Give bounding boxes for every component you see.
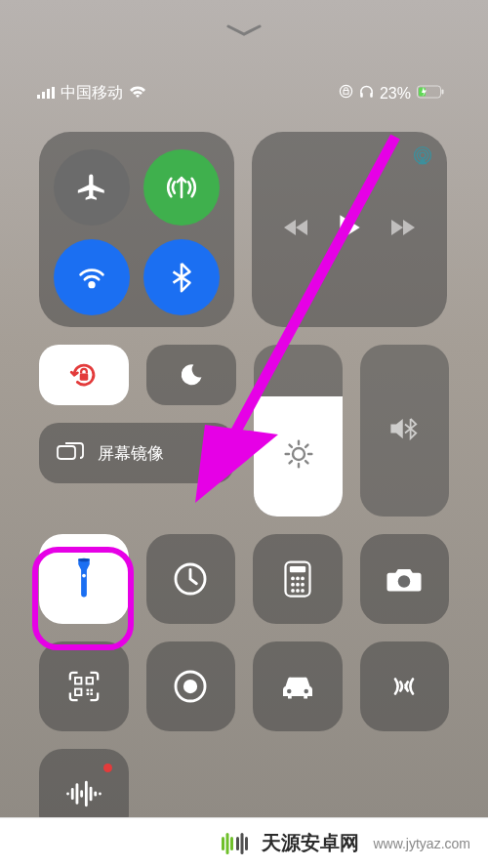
- cellular-data-toggle[interactable]: [143, 149, 220, 226]
- screen-mirroring-label: 屏幕镜像: [98, 442, 164, 465]
- media-module[interactable]: [252, 132, 447, 327]
- svg-point-34: [296, 583, 300, 587]
- timer-button[interactable]: [146, 534, 236, 624]
- svg-rect-44: [90, 692, 93, 695]
- grabber-chevron-icon[interactable]: [226, 24, 262, 42]
- svg-rect-53: [222, 837, 224, 850]
- volume-slider[interactable]: [360, 345, 449, 517]
- screen-record-button[interactable]: [146, 641, 236, 731]
- svg-point-16: [293, 448, 305, 460]
- svg-point-30: [291, 577, 295, 581]
- svg-point-33: [291, 583, 295, 587]
- watermark-title: 天源安卓网: [262, 830, 359, 856]
- watermark-logo-icon: [219, 827, 252, 860]
- flashlight-toggle[interactable]: [39, 534, 129, 624]
- bluetooth-toggle[interactable]: [143, 239, 220, 315]
- svg-point-37: [296, 589, 300, 593]
- connectivity-module: [39, 132, 234, 327]
- svg-rect-0: [37, 95, 40, 99]
- calculator-button[interactable]: [253, 534, 343, 624]
- wifi-status-icon: [129, 85, 146, 103]
- svg-rect-57: [241, 833, 244, 854]
- svg-rect-58: [245, 837, 248, 850]
- svg-rect-46: [90, 689, 93, 692]
- svg-line-21: [289, 445, 291, 447]
- svg-point-49: [287, 689, 292, 694]
- svg-rect-45: [86, 692, 89, 695]
- camera-button[interactable]: [360, 534, 450, 624]
- volume-icon: [387, 414, 423, 447]
- signal-icon: [37, 85, 55, 103]
- svg-rect-2: [47, 89, 50, 99]
- brightness-icon: [283, 438, 314, 474]
- brightness-slider[interactable]: [254, 345, 343, 517]
- do-not-disturb-toggle[interactable]: [146, 345, 236, 405]
- svg-point-32: [301, 577, 305, 581]
- nfc-button[interactable]: [360, 641, 450, 731]
- svg-point-25: [78, 558, 90, 561]
- headphones-status-icon: [359, 85, 374, 103]
- svg-point-35: [301, 583, 305, 587]
- orientation-lock-toggle[interactable]: [39, 345, 129, 405]
- recording-indicator-icon: [103, 764, 112, 772]
- driving-mode-button[interactable]: [253, 641, 343, 731]
- svg-point-38: [301, 589, 305, 593]
- svg-rect-1: [42, 92, 45, 99]
- orientation-lock-status-icon: [339, 84, 353, 103]
- battery-icon: [417, 85, 444, 103]
- screen-mirroring-button[interactable]: 屏幕镜像: [39, 423, 234, 483]
- svg-rect-15: [58, 446, 75, 459]
- media-next-button[interactable]: [389, 217, 415, 242]
- svg-point-11: [420, 152, 426, 158]
- svg-rect-43: [86, 689, 89, 692]
- svg-point-26: [82, 574, 86, 578]
- svg-point-48: [183, 680, 197, 693]
- svg-rect-29: [290, 566, 305, 572]
- svg-line-22: [305, 461, 307, 463]
- wifi-toggle[interactable]: [54, 239, 130, 315]
- svg-rect-40: [75, 678, 81, 683]
- svg-line-23: [289, 461, 291, 463]
- svg-point-10: [90, 282, 95, 287]
- svg-rect-3: [52, 87, 55, 99]
- svg-point-36: [291, 589, 295, 593]
- watermark-url: www.jytyaz.com: [373, 836, 470, 851]
- svg-rect-9: [442, 89, 444, 94]
- status-bar: 中国移动 23%: [0, 83, 488, 103]
- svg-rect-55: [230, 837, 233, 850]
- svg-rect-56: [236, 837, 239, 850]
- svg-rect-42: [75, 689, 81, 695]
- screen-mirroring-icon: [57, 440, 84, 466]
- watermark-bar: 天源安卓网 www.jytyaz.com: [0, 817, 488, 868]
- svg-line-24: [305, 445, 307, 447]
- svg-rect-41: [86, 678, 92, 683]
- svg-rect-54: [226, 833, 229, 854]
- svg-rect-14: [80, 374, 89, 381]
- airplane-mode-toggle[interactable]: [54, 149, 130, 226]
- media-play-button[interactable]: [337, 213, 362, 246]
- svg-point-39: [398, 575, 411, 588]
- svg-point-31: [296, 577, 300, 581]
- svg-point-50: [304, 689, 308, 694]
- battery-percent-label: 23%: [380, 85, 411, 103]
- svg-rect-6: [370, 92, 373, 97]
- carrier-label: 中国移动: [61, 83, 123, 103]
- media-previous-button[interactable]: [284, 217, 309, 242]
- qr-scanner-button[interactable]: [39, 641, 129, 731]
- airplay-audio-icon: [412, 145, 433, 171]
- svg-rect-5: [360, 92, 363, 97]
